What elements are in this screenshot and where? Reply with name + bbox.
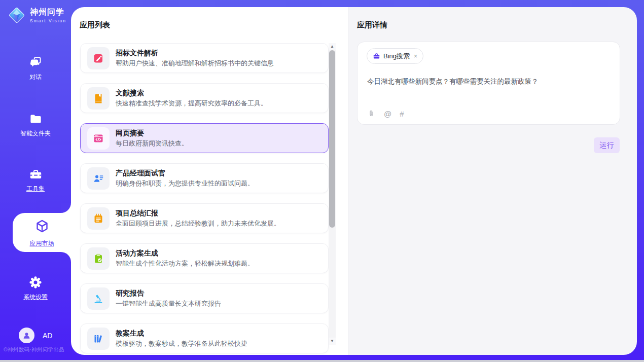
app-card-bid-analysis[interactable]: 招标文件解析 帮助用户快速、准确地理解和解析招标书中的关键信息 (80, 43, 329, 73)
sidebar-item-label: 系统设置 (0, 293, 71, 302)
sidebar-item-smart-folders[interactable]: 智能文件夹 (0, 112, 71, 138)
card-desc: 快速精准查找学术资源，提高研究效率的必备工具。 (116, 99, 267, 108)
card-desc: 一键智能生成高质量长文本研究报告 (116, 299, 221, 308)
tool-chip-bing-search[interactable]: Bing搜索 × (367, 48, 423, 64)
window-bottom-edge (0, 360, 644, 362)
gear-icon (28, 275, 43, 289)
sidebar: 神州问学 Smart Vision 对话 智能文件夹 (0, 0, 71, 362)
prompt-input-card[interactable]: Bing搜索 × 今日湖北有哪些新闻要点？有哪些需要关注的最新政策？ @ # (357, 42, 620, 125)
books-icon (87, 328, 110, 350)
run-button[interactable]: 运行 (594, 137, 620, 153)
card-title: 项目总结汇报 (116, 208, 280, 218)
card-desc: 全面回顾项目进展，总结经验教训，助力未来优化发展。 (116, 219, 280, 228)
brand-name: 神州问学 (30, 7, 66, 18)
attachment-toolbar: @ # (367, 110, 404, 118)
app-card-list: 招标文件解析 帮助用户快速、准确地理解和解析招标书中的关键信息 文献搜索 快速精… (80, 43, 329, 355)
card-title: 产品经理面试官 (116, 168, 254, 177)
app-detail-panel: 应用详情 Bing搜索 × 今日湖北有哪些新闻要点？有哪些需要关注的最新政策？ … (348, 7, 637, 355)
browser-code-icon (87, 127, 110, 150)
card-desc: 模板驱动，教案秒成，教学准备从此轻松快捷 (116, 339, 247, 348)
card-desc: 明确身份和职责，为您提供专业性的面试问题。 (116, 179, 254, 188)
card-title: 教案生成 (116, 329, 247, 338)
card-desc: 帮助用户快速、准确地理解和解析招标书中的关键信息 (116, 59, 274, 68)
card-title: 活动方案生成 (116, 248, 254, 258)
card-desc: 智能生成个性化活动方案，轻松解决规划难题。 (116, 259, 254, 268)
sidebar-item-chat[interactable]: 对话 (0, 56, 71, 82)
book-icon (87, 87, 110, 110)
person-icon (22, 331, 31, 340)
gem-diamond-icon (7, 6, 26, 25)
app-card-pm-interviewer[interactable]: 产品经理面试官 明确身份和职责，为您提供专业性的面试问题。 (80, 163, 329, 193)
sidebar-item-toolset[interactable]: 工具集 (0, 167, 71, 193)
hash-icon[interactable]: # (400, 110, 404, 118)
app-card-event-plan[interactable]: 活动方案生成 智能生成个性化活动方案，轻松解决规划难题。 (80, 243, 329, 273)
microscope-icon (87, 287, 110, 310)
sidebar-item-label: 对话 (0, 73, 71, 82)
edit-square-icon (87, 47, 110, 69)
brand-logo: 神州问学 Smart Vision (7, 6, 66, 25)
app-card-project-summary[interactable]: 项目总结汇报 全面回顾项目进展，总结经验教训，助力未来优化发展。 (80, 203, 329, 233)
chat-icon (29, 56, 43, 69)
app-card-lesson-plan[interactable]: 教案生成 模板驱动，教案秒成，教学准备从此轻松快捷 (80, 323, 329, 353)
bubble-bottom-curve (61, 252, 71, 262)
app-list-title: 应用列表 (80, 20, 110, 30)
folder-icon (29, 112, 43, 126)
card-title: 文献搜索 (116, 88, 267, 97)
tool-chip-label: Bing搜索 (383, 52, 410, 61)
sidebar-item-label: 应用市场 (13, 239, 71, 248)
scrollbar-down-arrow[interactable]: ▼ (329, 338, 336, 345)
app-list-panel: 应用列表 招标文件解析 帮助用户快速、准确地理解和解析招标书中的关键信息 (71, 7, 348, 355)
card-title: 研究报告 (116, 288, 221, 298)
copyright-text: ©神州数码·神州问学出品 (4, 346, 64, 353)
user-account[interactable]: AD (19, 328, 52, 343)
interviewer-icon (87, 167, 110, 190)
paperclip-icon[interactable] (367, 110, 376, 118)
card-title: 招标文件解析 (116, 48, 274, 57)
scrollbar-thumb[interactable] (329, 50, 335, 228)
at-icon[interactable]: @ (384, 110, 391, 118)
chip-close-icon[interactable]: × (414, 53, 417, 60)
card-title: 网页摘要 (116, 128, 188, 137)
user-label: AD (43, 332, 52, 340)
avatar (19, 328, 34, 343)
sidebar-item-app-market[interactable]: 应用市场 (13, 213, 71, 252)
query-text[interactable]: 今日湖北有哪些新闻要点？有哪些需要关注的最新政策？ (367, 77, 611, 86)
cube-icon (34, 219, 50, 234)
card-desc: 每日政府新闻资讯快查。 (116, 139, 188, 148)
clipboard-check-icon (87, 247, 110, 270)
scrollbar-up-arrow[interactable]: ▲ (329, 43, 336, 50)
app-card-literature-search[interactable]: 文献搜索 快速精准查找学术资源，提高研究效率的必备工具。 (80, 83, 329, 113)
app-detail-title: 应用详情 (357, 20, 387, 30)
app-card-research-report[interactable]: 研究报告 一键智能生成高质量长文本研究报告 (80, 283, 329, 313)
sidebar-item-settings[interactable]: 系统设置 (0, 275, 71, 302)
toolbox-icon (29, 167, 43, 181)
bubble-top-curve (61, 203, 71, 213)
sidebar-item-label: 智能文件夹 (0, 129, 71, 138)
briefcase-icon (373, 52, 380, 60)
app-card-web-summary[interactable]: 网页摘要 每日政府新闻资讯快查。 (80, 123, 329, 153)
list-scrollbar[interactable]: ▲ ▼ (329, 43, 336, 345)
sidebar-item-label: 工具集 (0, 185, 71, 193)
brand-tagline: Smart Vision (30, 18, 66, 23)
notepad-icon (87, 207, 110, 230)
